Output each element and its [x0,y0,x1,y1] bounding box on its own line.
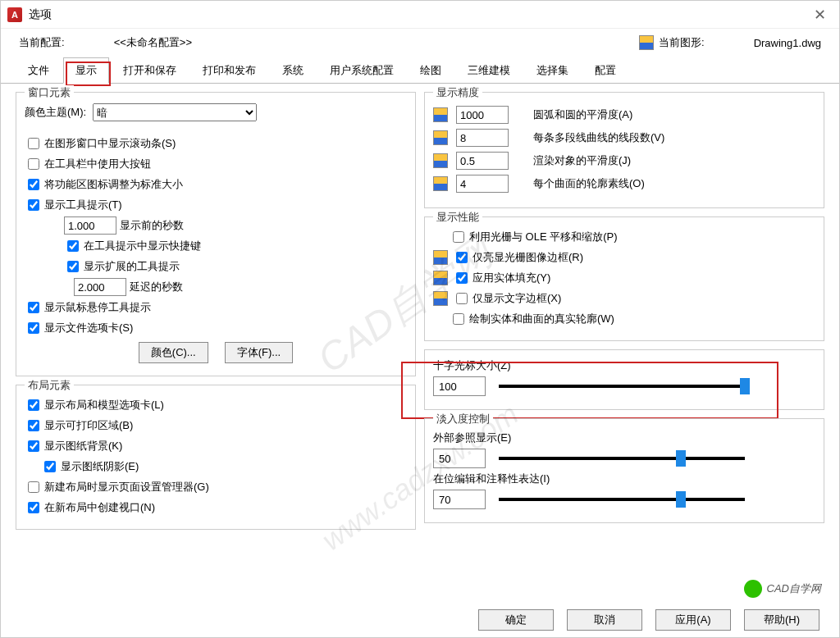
label-file-tabs: 显示文件选项卡(S) [44,321,133,335]
checkbox-solid-fill[interactable] [456,272,468,284]
input-inplace-fade[interactable] [433,490,486,509]
checkbox-shortcut-tooltip[interactable] [67,240,79,252]
label-show-tooltip: 显示工具提示(T) [44,198,122,212]
apply-button[interactable]: 应用(A) [655,609,731,631]
ok-button[interactable]: 确定 [478,609,554,631]
checkbox-show-hover[interactable] [28,302,39,313]
input-tooltip-seconds[interactable] [64,216,116,235]
label-printable: 显示可打印区域(B) [44,418,133,433]
checkbox-layout-tabs[interactable] [28,399,39,411]
color-theme-select[interactable]: 暗 [93,103,257,121]
tab-select[interactable]: 选择集 [524,57,581,84]
label-paper-bg: 显示图纸背景(K) [44,439,122,453]
label-true-silhouette: 绘制实体和曲面的真实轮廓(W) [469,312,614,326]
drawing-icon [433,291,448,306]
checkbox-paper-bg[interactable] [28,440,39,452]
label-scrollbar: 在图形窗口中显示滚动条(S) [44,136,176,151]
tab-draw[interactable]: 绘图 [408,57,454,84]
input-contour-lines[interactable] [456,175,509,193]
tab-profile[interactable]: 配置 [582,57,628,84]
drawing-icon [433,271,448,285]
checkbox-true-silhouette[interactable] [453,313,464,325]
tab-display[interactable]: 显示 [63,57,109,84]
input-pline-segments[interactable] [456,129,509,147]
colors-button[interactable]: 颜色(C)... [139,342,208,363]
watermark-badge: CAD自学网 [736,575,829,603]
slider-inplace-fade[interactable] [499,498,745,501]
label-arc-smoothness: 圆弧和圆的平滑度(A) [533,107,632,122]
checkbox-create-vp[interactable] [28,502,39,513]
tab-file[interactable]: 文件 [16,57,62,84]
label-big-buttons: 在工具栏中使用大按钮 [44,157,151,171]
checkbox-raster-ole[interactable] [453,231,464,243]
checkbox-show-tooltip[interactable] [28,199,39,211]
wechat-icon [744,580,762,598]
input-xref-fade[interactable] [433,449,486,468]
label-delay-seconds: 延迟的秒数 [130,280,183,294]
label-ext-tooltip: 显示扩展的工具提示 [84,259,180,274]
drawing-icon [433,153,448,168]
checkbox-highlight-frame[interactable] [456,252,468,263]
current-profile-value: <<未命名配置>> [114,35,192,50]
fonts-button[interactable]: 字体(F)... [225,342,293,363]
input-delay-seconds[interactable] [74,278,126,296]
label-paper-shadow: 显示图纸阴影(E) [61,459,139,474]
label-highlight-frame: 仅亮显光栅图像边框(R) [472,250,583,265]
label-tooltip-seconds: 显示前的秒数 [120,218,184,233]
current-drawing-label: 当前图形: [659,35,705,50]
app-logo-icon: A [7,7,22,22]
label-raster-ole: 利用光栅与 OLE 平移和缩放(P) [469,230,618,244]
current-drawing-value: Drawing1.dwg [754,37,821,49]
group-precision-legend: 显示精度 [433,85,482,100]
drawing-icon [433,250,448,265]
label-render-smoothness: 渲染对象的平滑度(J) [533,153,631,168]
label-text-frame: 仅显示文字边框(X) [472,291,561,306]
cancel-button[interactable]: 取消 [567,609,642,631]
label-inplace-edit: 在位编辑和注释性表达(I) [433,472,815,486]
label-show-hover: 显示鼠标悬停工具提示 [44,300,151,315]
checkbox-ext-tooltip[interactable] [67,261,79,272]
help-button[interactable]: 帮助(H) [744,609,819,631]
drawing-icon [433,130,448,145]
tab-system[interactable]: 系统 [270,57,316,84]
slider-crosshair[interactable] [499,385,745,388]
label-page-setup: 新建布局时显示页面设置管理器(G) [44,480,209,494]
label-solid-fill: 应用实体填充(Y) [472,271,550,285]
drawing-icon [639,35,654,50]
group-layout-elements-legend: 布局元素 [25,378,74,393]
group-fade-legend: 淡入度控制 [433,412,493,426]
tab-3d[interactable]: 三维建模 [455,57,523,84]
group-window-elements-legend: 窗口元素 [25,85,74,100]
current-profile-label: 当前配置: [19,35,65,50]
label-layout-tabs: 显示布局和模型选项卡(L) [44,398,164,412]
checkbox-file-tabs[interactable] [28,322,39,334]
group-crosshair-legend: 十字光标大小(Z) [433,358,815,373]
tabs-bar: 文件 显示 打开和保存 打印和发布 系统 用户系统配置 绘图 三维建模 选择集 … [1,57,839,84]
tab-open-save[interactable]: 打开和保存 [111,57,189,84]
close-icon[interactable]: ✕ [807,6,833,24]
color-theme-label: 颜色主题(M): [25,105,86,120]
tab-userprefs[interactable]: 用户系统配置 [317,57,406,84]
checkbox-text-frame[interactable] [456,293,468,304]
input-render-smoothness[interactable] [456,152,509,170]
label-create-vp: 在新布局中创建视口(N) [44,500,155,515]
tab-plot[interactable]: 打印和发布 [190,57,268,84]
checkbox-scrollbar[interactable] [28,138,39,149]
label-xref-display: 外部参照显示(E) [433,431,815,445]
slider-thumb[interactable] [676,491,686,508]
label-pline-segments: 每条多段线曲线的线段数(V) [533,130,664,145]
checkbox-printable[interactable] [28,420,39,431]
input-arc-smoothness[interactable] [456,106,509,124]
checkbox-page-setup[interactable] [28,481,39,493]
slider-thumb[interactable] [740,378,750,394]
slider-thumb[interactable] [676,450,686,467]
checkbox-big-buttons[interactable] [28,158,39,170]
checkbox-ribbon-std[interactable] [28,179,39,190]
window-title: 选项 [29,7,807,22]
label-ribbon-std: 将功能区图标调整为标准大小 [44,177,183,192]
drawing-icon [433,176,448,191]
slider-xref-fade[interactable] [499,457,745,460]
checkbox-paper-shadow[interactable] [44,461,56,472]
drawing-icon [433,107,448,122]
input-crosshair-size[interactable] [433,376,486,396]
